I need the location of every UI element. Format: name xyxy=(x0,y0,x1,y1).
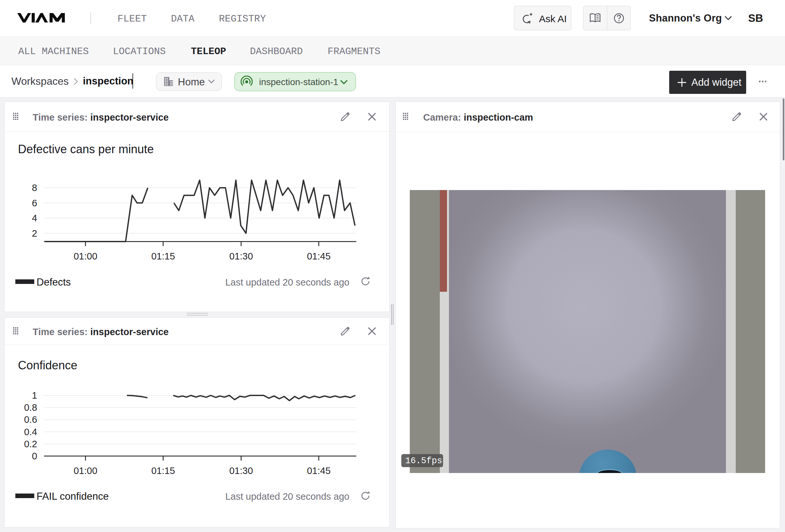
svg-text:01:00: 01:00 xyxy=(74,466,98,476)
svg-text:01:00: 01:00 xyxy=(74,251,98,261)
svg-text:4: 4 xyxy=(32,213,37,223)
svg-text:6: 6 xyxy=(32,198,37,208)
svg-text:01:30: 01:30 xyxy=(229,466,253,476)
svg-text:2: 2 xyxy=(32,228,37,239)
svg-text:1: 1 xyxy=(32,390,37,401)
svg-text:8: 8 xyxy=(32,183,37,193)
svg-text:0.8: 0.8 xyxy=(24,402,37,413)
svg-text:01:15: 01:15 xyxy=(151,251,175,261)
svg-text:0.4: 0.4 xyxy=(24,427,37,437)
svg-text:01:15: 01:15 xyxy=(151,466,175,476)
svg-text:01:45: 01:45 xyxy=(307,251,331,261)
svg-text:01:30: 01:30 xyxy=(229,251,253,261)
svg-text:01:45: 01:45 xyxy=(307,466,331,476)
svg-text:0: 0 xyxy=(32,451,37,461)
svg-text:0.6: 0.6 xyxy=(24,414,37,425)
svg-text:0.2: 0.2 xyxy=(24,439,37,449)
